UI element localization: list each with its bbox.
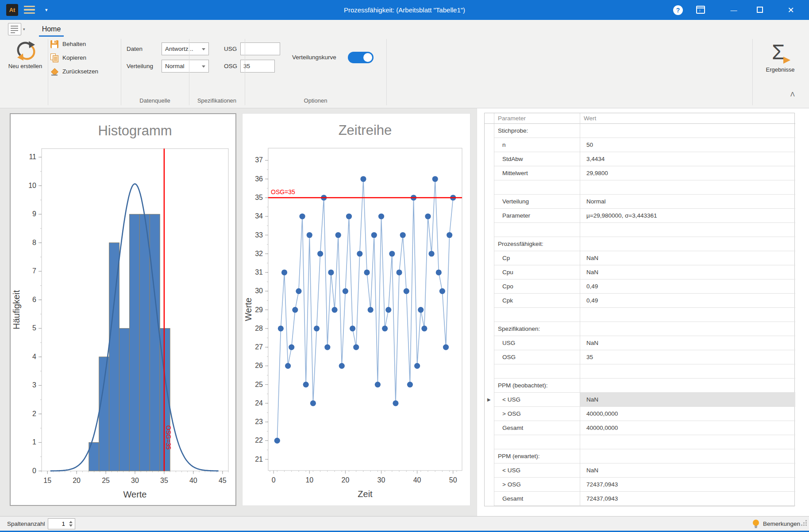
table-row-label[interactable]: Cpk [494, 294, 580, 308]
resize-grip[interactable] [801, 520, 807, 526]
table-row-label[interactable]: Stichprobe: [494, 124, 580, 138]
row-indicator-column: ▶ [485, 124, 494, 506]
table-row-value[interactable]: 35 [580, 350, 795, 364]
table-row-label[interactable]: Mittelwert [494, 166, 580, 180]
kopieren-button[interactable]: Kopieren [50, 54, 103, 63]
data-point [343, 288, 348, 294]
table-row-label[interactable] [494, 180, 580, 195]
table-row-label[interactable] [494, 435, 580, 449]
ergebnisse-label: Ergebnisse [756, 66, 805, 73]
table-row-label[interactable]: OSG [494, 350, 580, 364]
table-row-label[interactable]: Spezifikationen: [494, 322, 580, 336]
table-row-label[interactable]: Gesamt [494, 421, 580, 435]
table-row-label[interactable]: Cpu [494, 265, 580, 279]
table-row-label[interactable]: Prozessfähigkeit: [494, 237, 580, 251]
data-point [378, 214, 384, 219]
table-row-label[interactable]: StdAbw [494, 152, 580, 166]
table-row-value[interactable]: 29,9800 [580, 166, 795, 180]
stepper-up-icon[interactable] [69, 521, 73, 523]
close-button[interactable]: ✕ [784, 4, 797, 17]
table-row-value[interactable]: NaN [580, 265, 795, 279]
help-button[interactable]: ? [671, 4, 685, 17]
table-row-value[interactable]: NaN [580, 251, 795, 265]
table-row-label[interactable]: n [494, 138, 580, 152]
histogram-panel[interactable]: Histogramm1520253035404501234567891011We… [10, 113, 236, 506]
table-row-value[interactable]: NaN [580, 393, 795, 407]
results-panel: ParameterWert▶Stichprobe:n50StdAbw3,4434… [477, 108, 809, 516]
table-row-value[interactable] [580, 180, 795, 195]
table-row-value[interactable]: 40000,0000 [580, 407, 795, 421]
table-row-value[interactable]: 40000,0000 [580, 421, 795, 435]
table-row-label[interactable] [494, 364, 580, 379]
data-point [310, 400, 316, 406]
table-row-label[interactable]: < USG [494, 393, 580, 407]
table-row-label[interactable]: USG [494, 336, 580, 350]
table-row-value[interactable]: Normal [580, 195, 795, 209]
table-row-label[interactable]: Cp [494, 251, 580, 265]
table-row-value[interactable] [580, 308, 795, 322]
table-row-label[interactable]: > OSG [494, 407, 580, 421]
minimize-button[interactable]: — [727, 4, 740, 17]
neu-erstellen-button[interactable]: Neu erstellen [4, 39, 46, 96]
usg-input[interactable] [240, 42, 280, 55]
table-row-label[interactable]: PPM (beobachtet): [494, 379, 580, 393]
table-header[interactable]: Parameter [494, 113, 580, 124]
table-row-value[interactable] [580, 449, 795, 463]
table-row-value[interactable]: NaN [580, 463, 795, 478]
table-row-value[interactable] [580, 223, 795, 237]
file-menu-button[interactable] [8, 23, 21, 35]
bemerkungen-button[interactable]: Bemerkungen [763, 517, 800, 531]
table-row-label[interactable]: Gesamt [494, 492, 580, 506]
group-label-optionen: Optionen [245, 97, 386, 104]
zuruecksetzen-button[interactable]: Zurücksetzen [50, 67, 108, 77]
table-row-value[interactable]: NaN [580, 336, 795, 350]
neu-erstellen-label: Neu erstellen [4, 63, 46, 69]
collapse-ribbon-icon[interactable]: ᐱ [790, 91, 795, 98]
file-menu-caret-icon[interactable]: ▾ [23, 27, 25, 31]
svg-text:30: 30 [255, 287, 263, 295]
behalten-button[interactable]: Behalten [50, 40, 103, 50]
timeseries-panel[interactable]: Zeitreihe0102030405021222324252627282930… [242, 113, 470, 506]
osg-input[interactable] [240, 60, 275, 73]
y-axis-label: Werte [243, 298, 253, 321]
table-row-value[interactable]: 0,49 [580, 279, 795, 294]
table-row-value[interactable]: µ=29,980000, σ=3,443361 [580, 209, 795, 223]
table-row-label[interactable]: > OSG [494, 478, 580, 492]
table-row-value[interactable]: 72437,0943 [580, 492, 795, 506]
table-row-value[interactable]: 3,4434 [580, 152, 795, 166]
table-row-value[interactable] [580, 237, 795, 251]
table-row-value[interactable] [580, 435, 795, 449]
svg-text:25: 25 [255, 381, 263, 388]
table-row-label[interactable]: Verteilung [494, 195, 580, 209]
table-row-value[interactable]: 50 [580, 138, 795, 152]
stepper-down-icon[interactable] [69, 524, 73, 527]
table-row-label[interactable]: PPM (erwartet): [494, 449, 580, 463]
table-row-label[interactable]: < USG [494, 463, 580, 478]
daten-combobox[interactable]: Antwortz... [162, 42, 209, 55]
svg-text:27: 27 [255, 343, 263, 351]
pin-panel-icon[interactable]: ↑ [696, 6, 705, 14]
table-row-value[interactable]: 72437,0943 [580, 478, 795, 492]
maximize-button[interactable] [753, 4, 767, 17]
svg-text:35: 35 [255, 194, 263, 201]
table-header[interactable]: Wert [580, 113, 795, 124]
spaltenanzahl-stepper[interactable] [48, 518, 75, 529]
table-row-value[interactable]: 0,49 [580, 294, 795, 308]
verteilungskurve-toggle[interactable] [348, 52, 374, 63]
table-row-value[interactable] [580, 379, 795, 393]
table-row-value[interactable] [580, 364, 795, 379]
verteilung-combobox[interactable]: Normal [162, 60, 209, 73]
spaltenanzahl-input[interactable] [48, 519, 66, 529]
behalten-label: Behalten [62, 41, 86, 47]
table-row-label[interactable]: Parameter [494, 209, 580, 223]
ergebnisse-button[interactable]: Σ Ergebnisse [756, 39, 805, 96]
svg-text:20: 20 [73, 477, 81, 484]
table-row-value[interactable] [580, 322, 795, 336]
data-point [443, 344, 449, 350]
table-row-label[interactable] [494, 223, 580, 237]
table-row-value[interactable] [580, 124, 795, 138]
table-row-label[interactable]: Cpo [494, 279, 580, 294]
data-point [428, 251, 434, 256]
tab-home[interactable]: Home [38, 23, 65, 36]
table-row-label[interactable] [494, 308, 580, 322]
